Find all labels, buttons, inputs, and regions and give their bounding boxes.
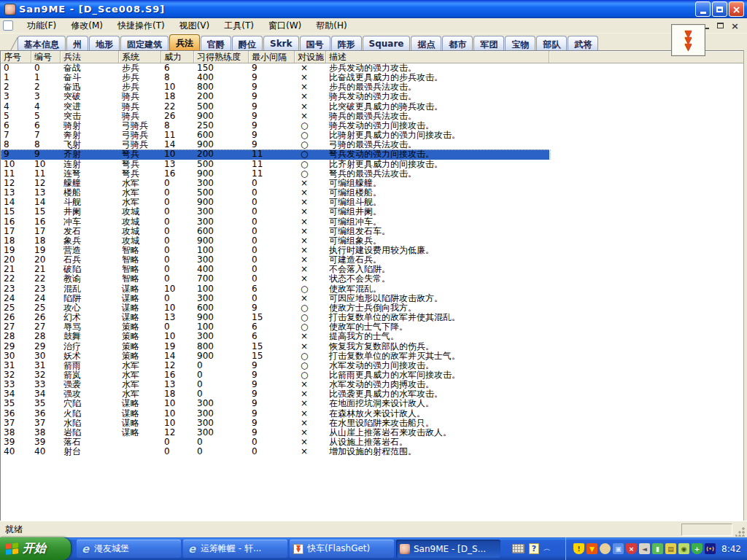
menu-window[interactable]: 窗口(W) xyxy=(262,18,308,34)
table-row[interactable]: 2323混乱谋略101006○使敌军混乱。 xyxy=(1,284,743,294)
table-row[interactable]: 3434强攻水军1809×比强袭更具威力的水军攻击。 xyxy=(1,389,743,399)
table-row[interactable]: 3737水陷谋略103009×在水里设陷阱来攻击船只。 xyxy=(1,419,743,428)
table-row[interactable]: 1010连射弩兵1350011○比齐射更具威力的间接攻击。 xyxy=(1,160,743,169)
table-row[interactable]: 2525攻心谋略106009○使敌方士兵倒向我方。 xyxy=(1,303,743,313)
flashget-tray-icon[interactable]: ▼ xyxy=(587,543,597,554)
table-row[interactable]: 11奋斗步兵84009×比奋战更具威力的步兵攻击。 xyxy=(1,73,743,82)
table-row[interactable]: 1515井阑攻城03000×可编组井阑。 xyxy=(1,207,743,217)
table-row[interactable]: 2828鼓舞策略103006×提高我方的士气。 xyxy=(1,332,743,341)
table-row[interactable]: 1414斗舰水军09000×可编组斗舰。 xyxy=(1,198,743,207)
network-places-icon[interactable]: ▣ xyxy=(613,543,624,554)
table-row[interactable]: 2222教谕智略07000×状态不会失常。 xyxy=(1,274,743,284)
column-header[interactable]: 最小间隔 xyxy=(249,51,295,63)
column-header[interactable]: 兵法 xyxy=(61,51,119,63)
tab-official-rank[interactable]: 官爵 xyxy=(201,36,231,50)
table-row[interactable]: 3939落石000×从设施上推落岩石。 xyxy=(1,438,743,447)
table-row[interactable]: 1313楼船水军05000×可编组楼船。 xyxy=(1,188,743,198)
table-row[interactable]: 2626幻术谋略1390015○打击复数单位的敌军并使其混乱。 xyxy=(1,313,743,322)
tab-corps[interactable]: 军团 xyxy=(473,36,504,50)
menu-function[interactable]: 功能(F) xyxy=(20,18,63,34)
child-restore-button[interactable] xyxy=(714,20,727,31)
tab-formation[interactable]: 阵形 xyxy=(331,36,362,50)
table-row[interactable]: 2121破陷智略04000×不会落入陷阱。 xyxy=(1,265,743,274)
tab-tactics[interactable]: 兵法 xyxy=(169,34,200,50)
child-close-button[interactable]: × xyxy=(729,20,741,31)
table-row[interactable]: 1212艨艟水军03000×可编组艨艟。 xyxy=(1,179,743,188)
antivirus-shield-icon[interactable]: + xyxy=(692,543,703,554)
table-row[interactable]: 3333强袭水军1309×水军发动的强力肉搏攻击。 xyxy=(1,380,743,389)
security-alert-icon[interactable]: ! xyxy=(573,543,584,554)
taskbar-task-flashget[interactable]: ▼▼快车(FlashGet) xyxy=(290,540,394,558)
table-row[interactable]: 22奋迅步兵108009×步兵的最强兵法攻击。 xyxy=(1,82,743,92)
tab-country-title[interactable]: 国号 xyxy=(300,36,330,50)
keyboard-icon[interactable] xyxy=(512,544,525,553)
column-header[interactable]: 系统 xyxy=(119,51,161,63)
tab-city[interactable]: 都市 xyxy=(442,36,473,50)
tab-basic-info[interactable]: 基本信息 xyxy=(18,36,66,50)
table-row[interactable]: 3030妖术策略1490015○打击复数单位的敌军并灭其士气。 xyxy=(1,351,743,361)
tab-fixed-buildings[interactable]: 固定建筑 xyxy=(120,36,169,50)
table-row[interactable]: 1919营造智略01000×执行时建设费用较为低廉。 xyxy=(1,246,743,255)
volume-icon[interactable]: ◄ xyxy=(639,543,650,554)
column-header[interactable]: 习得熟练度 xyxy=(194,51,249,63)
table-row[interactable]: 1111连弩弩兵1690011○弩兵的最强兵法攻击。 xyxy=(1,169,743,179)
table-row[interactable]: 1616冲车攻城03000×可编组冲车。 xyxy=(1,217,743,227)
restore-button[interactable] xyxy=(712,1,727,17)
tab-base[interactable]: 据点 xyxy=(411,36,441,50)
monitor-eye-icon[interactable]: ◉ xyxy=(678,543,689,554)
table-row[interactable]: 3636火陷谋略103009×在森林放火来设计敌人。 xyxy=(1,409,743,419)
memory-cards-icon[interactable]: ▤ xyxy=(665,543,676,554)
tab-skrk[interactable]: Skrk xyxy=(263,36,299,50)
table-row[interactable]: 4040射台000×增加设施的射程范围。 xyxy=(1,447,743,456)
flashget-drop-target[interactable]: ▼ ▼ ▼ xyxy=(671,24,705,56)
column-header[interactable]: 编号 xyxy=(31,51,61,63)
column-header[interactable]: 威力 xyxy=(161,51,194,63)
table-row[interactable]: 99齐射弩兵1020011○弩兵发动的强力间接攻击。 xyxy=(1,149,743,159)
tab-treasure[interactable]: 宝物 xyxy=(505,36,535,50)
close-button[interactable]: × xyxy=(729,1,744,17)
table-row[interactable]: 1717发石攻城06000×可编组发石车。 xyxy=(1,227,743,236)
table-row[interactable]: 44突进骑兵225009×比突破更具威力的骑兵攻击。 xyxy=(1,102,743,112)
table-row[interactable]: 1818象兵攻城09000×可编组象兵。 xyxy=(1,236,743,246)
usb-device-icon[interactable]: ▮ xyxy=(652,543,663,554)
column-header[interactable]: 对设施 xyxy=(295,51,326,63)
taskbar-task-ie[interactable]: e运筹帷幄 - 轩... xyxy=(183,540,287,558)
minimize-button[interactable] xyxy=(695,1,711,17)
column-header[interactable]: 描述 xyxy=(326,51,549,63)
tab-troops[interactable]: 部队 xyxy=(536,36,567,50)
table-row[interactable]: 55突击骑兵269009×骑兵的最强兵法攻击。 xyxy=(1,112,743,121)
start-button[interactable]: 开始 xyxy=(0,537,71,560)
table-row[interactable]: 2020石兵智略03000×可建造石兵。 xyxy=(1,255,743,265)
table-row[interactable]: 3535穴陷谋略103009×在地面挖坑洞来设计敌人。 xyxy=(1,399,743,408)
table-row[interactable]: 77奔射弓骑兵116009○比骑射更具威力的强力间接攻击。 xyxy=(1,131,743,140)
menu-tools[interactable]: 工具(T) xyxy=(217,18,260,34)
menu-modify[interactable]: 修改(M) xyxy=(64,18,109,34)
wireless-signal-icon[interactable]: (•) xyxy=(705,543,716,554)
resize-grip-icon[interactable] xyxy=(735,526,746,537)
menu-shortcut-actions[interactable]: 快捷操作(T) xyxy=(111,18,171,34)
table-row[interactable]: 3232箭岚水军1609○比箭雨更具威力的水军间接攻击。 xyxy=(1,370,743,380)
table-row[interactable]: 33突破骑兵182009×骑兵发动的强力攻击。 xyxy=(1,92,743,101)
table-row[interactable]: 2424陷阱谋略03000×可因应地形以陷阱攻击敌方。 xyxy=(1,294,743,303)
tab-province[interactable]: 州 xyxy=(66,36,88,50)
table-row[interactable]: 3131箭雨水军1209○水军发动的强力间接攻击。 xyxy=(1,361,743,370)
taskbar-task-avatar[interactable]: San9ME - [D_S... xyxy=(396,540,500,558)
table-row[interactable]: 00奋战步兵61509×步兵发动的强力攻击。 xyxy=(1,63,743,73)
table-row[interactable]: 3838岩陷谋略123009×从山崖上推落岩石来攻击敌人。 xyxy=(1,428,743,438)
table-row[interactable]: 66骑射弓骑兵82509○骑兵发动的强力间接攻击。 xyxy=(1,121,743,131)
table-row[interactable]: 2727辱骂策略01006○使敌军的士气下降。 xyxy=(1,322,743,332)
pet-antivirus-icon[interactable] xyxy=(600,543,611,554)
tab-nobility[interactable]: 爵位 xyxy=(232,36,263,50)
tab-square[interactable]: Square xyxy=(363,36,411,50)
table-row[interactable]: 2929治疗策略1980015×恢复我方复数部队的伤兵。 xyxy=(1,342,743,351)
toolbar-expand-icon[interactable]: ︿ xyxy=(543,545,551,553)
table-row[interactable]: 88飞射弓骑兵149009○弓骑的最强兵法攻击。 xyxy=(1,140,743,149)
tab-terrain[interactable]: 地形 xyxy=(89,36,120,50)
menu-view[interactable]: 视图(V) xyxy=(173,18,217,34)
menu-help[interactable]: 帮助(H) xyxy=(309,18,353,34)
column-header[interactable]: 序号 xyxy=(1,51,31,63)
help-icon[interactable]: ? xyxy=(529,543,539,554)
taskbar-task-ie[interactable]: e漫友城堡 xyxy=(77,540,181,558)
tab-officers[interactable]: 武将 xyxy=(568,36,598,50)
security-center-icon[interactable]: × xyxy=(626,543,637,554)
